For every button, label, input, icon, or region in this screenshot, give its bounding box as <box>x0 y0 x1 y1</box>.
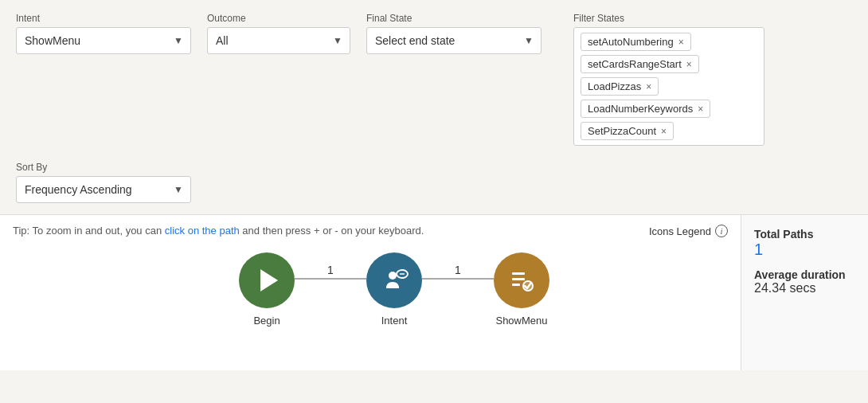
intent-label: Intent <box>16 13 191 24</box>
svg-rect-6 <box>512 278 525 280</box>
intent-node-label: Intent <box>381 315 408 327</box>
side-stats: Total Paths 1 Average duration 24.34 sec… <box>741 215 868 370</box>
total-paths-label: Total Paths <box>754 228 855 241</box>
filter-states-label: Filter States <box>573 13 764 24</box>
tag-label: LoadPizzas <box>588 80 641 92</box>
flow-diagram: Begin 1 <box>13 245 728 327</box>
connector-1-line <box>295 278 366 280</box>
sort-section: Sort By Frequency Ascending ▼ <box>0 154 868 214</box>
final-state-select[interactable]: Select end state <box>366 27 542 54</box>
icons-legend[interactable]: Icons Legend i <box>649 225 728 237</box>
final-state-filter-group: Final State Select end state ▼ <box>366 13 542 54</box>
sort-dropdown-wrapper: Frequency Ascending ▼ <box>16 176 191 203</box>
final-state-label: Final State <box>366 13 542 24</box>
svg-rect-7 <box>512 284 520 286</box>
svg-point-3 <box>401 273 403 275</box>
showmenu-node-group: ShowMenu <box>494 252 549 327</box>
info-icon: i <box>715 225 728 237</box>
avg-duration-label: Average duration <box>754 268 855 281</box>
connector-2-value: 1 <box>455 264 461 276</box>
path-area: Tip: To zoom in and out, you can click o… <box>0 215 741 370</box>
outcome-select[interactable]: All <box>207 27 350 54</box>
tag-close-setAutoNumbering[interactable]: × <box>678 37 684 47</box>
filter-states-group: Filter States setAutoNumbering × setCard… <box>573 13 764 146</box>
tag-setAutoNumbering: setAutoNumbering × <box>581 33 691 51</box>
svg-point-0 <box>389 272 397 280</box>
sort-select[interactable]: Frequency Ascending <box>16 176 191 203</box>
tag-setCardsRangeStart: setCardsRangeStart × <box>581 55 699 73</box>
intent-select[interactable]: ShowMenu <box>16 27 191 54</box>
tip-text: Tip: To zoom in and out, you can click o… <box>13 225 728 237</box>
avg-duration-stat: Average duration 24.34 secs <box>754 268 855 295</box>
tag-close-SetPizzaCount[interactable]: × <box>661 127 667 136</box>
total-paths-value: 1 <box>754 241 855 259</box>
bottom-section: Tip: To zoom in and out, you can click o… <box>0 214 868 370</box>
begin-node-circle[interactable] <box>239 252 295 308</box>
tag-label: LoadNumberKeywords <box>588 103 693 115</box>
total-paths-stat: Total Paths 1 <box>754 228 855 259</box>
icons-legend-label: Icons Legend <box>649 225 711 237</box>
intent-filter-group: Intent ShowMenu ▼ <box>16 13 191 54</box>
connector-1-value: 1 <box>327 264 334 276</box>
showmenu-node-label: ShowMenu <box>495 315 547 327</box>
tag-label: SetPizzaCount <box>588 125 656 137</box>
filter-states-box: setAutoNumbering × setCardsRangeStart × … <box>573 27 764 146</box>
connector-1: 1 <box>295 278 366 280</box>
showmenu-node-circle[interactable] <box>494 252 549 308</box>
outcome-label: Outcome <box>207 13 350 24</box>
sort-label: Sort By <box>16 162 852 173</box>
intent-node-icon <box>378 264 410 296</box>
svg-point-4 <box>403 273 405 275</box>
tag-close-setCardsRangeStart[interactable]: × <box>686 60 692 69</box>
tag-label: setAutoNumbering <box>588 36 674 48</box>
final-state-dropdown-wrapper: Select end state ▼ <box>366 27 542 54</box>
begin-node-label: Begin <box>253 315 280 327</box>
intent-node-circle[interactable] <box>366 252 422 308</box>
connector-2: 1 <box>422 278 494 280</box>
intent-dropdown-wrapper: ShowMenu ▼ <box>16 27 191 54</box>
avg-duration-value: 24.34 secs <box>754 281 855 295</box>
intent-node-group: Intent <box>366 252 422 327</box>
begin-node-group: Begin <box>239 252 295 327</box>
tag-close-LoadNumberKeywords[interactable]: × <box>698 104 703 114</box>
tag-SetPizzaCount: SetPizzaCount × <box>581 122 674 140</box>
svg-rect-5 <box>512 272 525 275</box>
outcome-dropdown-wrapper: All ▼ <box>207 27 350 54</box>
connector-2-line <box>422 278 494 280</box>
svg-point-2 <box>400 273 401 275</box>
play-icon <box>260 269 278 291</box>
outcome-filter-group: Outcome All ▼ <box>207 13 350 54</box>
tag-LoadNumberKeywords: LoadNumberKeywords × <box>581 100 710 118</box>
tag-LoadPizzas: LoadPizzas × <box>581 77 659 96</box>
tip-content: Tip: To zoom in and out, you can click o… <box>13 225 424 237</box>
filter-bar: Intent ShowMenu ▼ Outcome All ▼ Final St… <box>0 0 868 154</box>
tag-label: setCardsRangeStart <box>588 58 682 70</box>
tag-close-LoadPizzas[interactable]: × <box>646 82 651 92</box>
showmenu-node-icon <box>506 264 538 296</box>
